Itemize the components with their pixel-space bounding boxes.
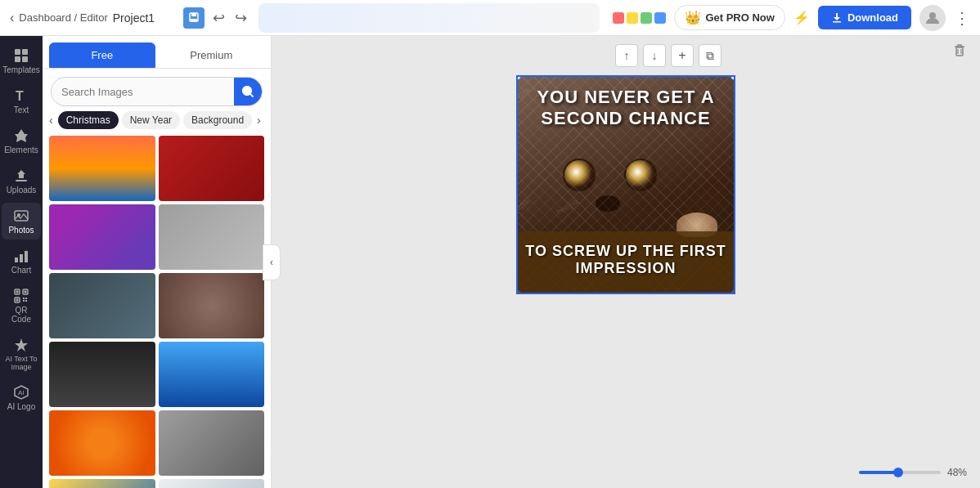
sidebar-item-templates[interactable]: Templates (2, 43, 41, 79)
sidebar-label-chart: Chart (11, 266, 31, 275)
get-pro-button[interactable]: 👑 Get PRO Now (674, 5, 785, 30)
undo-button[interactable]: ↩ (209, 7, 228, 29)
panel-collapse-button[interactable]: ‹ (263, 244, 281, 280)
topbar-left: ‹ Dashboard / Editor ↩ ↪ (10, 3, 600, 33)
meme-top-line1: YOU NEVER GET A (518, 87, 734, 108)
ai-text-image-icon (13, 337, 29, 353)
color-swatches (613, 12, 666, 24)
sidebar-label-ai-text-image: AI Text To Image (5, 355, 38, 371)
sidebar-item-uploads[interactable]: Uploads (2, 163, 41, 199)
tab-area (258, 3, 600, 33)
svg-rect-7 (15, 56, 20, 62)
svg-text:AI: AI (18, 389, 25, 396)
move-down-button[interactable]: ↓ (643, 44, 666, 67)
svg-rect-1 (191, 13, 196, 16)
list-item[interactable] (159, 342, 265, 407)
svg-rect-16 (25, 251, 28, 262)
sidebar-label-qrcode: QR Code (5, 306, 38, 324)
add-element-button[interactable]: + (671, 44, 694, 67)
svg-line-30 (250, 94, 253, 96)
list-item[interactable] (49, 273, 155, 338)
category-prev-button[interactable]: ‹ (47, 112, 55, 128)
sidebar-item-photos[interactable]: Photos (2, 203, 41, 240)
list-item[interactable] (49, 410, 155, 476)
list-item[interactable] (159, 410, 265, 476)
canvas-toolbar: ↑ ↓ + ⧉ (615, 44, 722, 67)
panel-tabs: Free Premium (43, 36, 271, 69)
save-icon (188, 12, 200, 24)
sidebar-item-ai-text-image[interactable]: AI Text To Image (2, 332, 41, 376)
icon-sidebar: Templates T Text Elements Uploads (0, 36, 43, 488)
svg-rect-24 (25, 298, 27, 299)
zoom-thumb[interactable] (893, 468, 903, 477)
meme-bottom-line2: IMPRESSION (524, 260, 727, 278)
search-bar (51, 77, 263, 106)
tab-free[interactable]: Free (49, 43, 155, 68)
ai-logo-icon: AI (13, 384, 29, 401)
templates-icon (13, 47, 29, 64)
list-item[interactable] (159, 273, 265, 338)
category-chip-background[interactable]: Background (183, 111, 252, 129)
zoom-slider[interactable] (859, 471, 941, 474)
color-swatch-yellow[interactable] (627, 12, 638, 24)
sidebar-item-chart[interactable]: Chart (2, 243, 41, 280)
color-swatch-blue[interactable] (654, 12, 666, 24)
color-swatch-green[interactable] (641, 12, 652, 24)
bolt-icon: ⚡ (793, 10, 810, 25)
crown-icon: 👑 (685, 10, 701, 25)
search-input[interactable] (52, 80, 234, 104)
save-button[interactable] (183, 7, 205, 29)
list-item[interactable] (49, 204, 155, 270)
list-item[interactable] (159, 479, 265, 488)
color-swatch-red[interactable] (613, 12, 624, 24)
svg-rect-8 (22, 56, 28, 62)
redo-button[interactable]: ↪ (232, 7, 250, 29)
qrcode-icon (13, 288, 29, 304)
list-item[interactable] (49, 342, 155, 407)
category-chip-christmas[interactable]: Christmas (58, 111, 119, 129)
svg-rect-6 (22, 49, 28, 55)
image-panel: Free Premium ‹ Christmas New Year Backgr… (43, 36, 272, 488)
list-item[interactable] (49, 479, 155, 488)
svg-rect-22 (16, 299, 19, 302)
project-name-input[interactable] (113, 11, 178, 25)
sidebar-item-text[interactable]: T Text (2, 83, 41, 119)
list-item[interactable] (159, 204, 265, 270)
photos-icon (13, 208, 29, 224)
svg-rect-25 (23, 300, 25, 302)
delete-button[interactable] (952, 43, 967, 61)
sidebar-label-templates: Templates (2, 65, 40, 74)
sidebar-item-ai-logo[interactable]: AI AI Logo (2, 379, 41, 416)
meme-bottom-banner: TO SCREW UP THE FIRST IMPRESSION (518, 231, 734, 293)
move-up-button[interactable]: ↑ (615, 44, 638, 67)
more-options-button[interactable]: ⋮ (954, 8, 970, 28)
list-item[interactable] (159, 136, 265, 201)
svg-rect-5 (15, 49, 20, 55)
user-avatar[interactable] (919, 5, 946, 31)
svg-marker-10 (15, 129, 28, 142)
meme-bottom-line1: TO SCREW UP THE FIRST (524, 243, 727, 261)
tab-premium[interactable]: Premium (159, 43, 265, 68)
back-button[interactable]: ‹ (10, 11, 14, 25)
topbar-right: 👑 Get PRO Now ⚡ Download ⋮ (606, 5, 970, 31)
canvas-frame[interactable]: freepikfreepik freepikfreepik freepikfre… (516, 75, 735, 294)
svg-rect-20 (16, 291, 19, 293)
category-chip-newyear[interactable]: New Year (122, 111, 180, 129)
duplicate-button[interactable]: ⧉ (699, 44, 722, 67)
sidebar-label-text: Text (14, 105, 29, 114)
sidebar-label-uploads: Uploads (7, 186, 37, 195)
svg-rect-23 (23, 298, 25, 299)
search-button[interactable] (234, 78, 262, 105)
image-grid (43, 136, 271, 488)
resize-handle-tr[interactable] (731, 75, 735, 80)
sidebar-item-elements[interactable]: Elements (2, 123, 41, 159)
sidebar-item-qrcode[interactable]: QR Code (2, 283, 41, 329)
search-icon (241, 85, 254, 98)
get-pro-label: Get PRO Now (705, 11, 775, 24)
category-next-button[interactable]: › (255, 112, 263, 128)
list-item[interactable] (49, 136, 155, 201)
topbar: ‹ Dashboard / Editor ↩ ↪ 👑 Get PRO Now (0, 0, 980, 36)
sidebar-label-elements: Elements (4, 146, 38, 154)
svg-rect-3 (833, 21, 841, 23)
download-button[interactable]: Download (818, 6, 911, 29)
